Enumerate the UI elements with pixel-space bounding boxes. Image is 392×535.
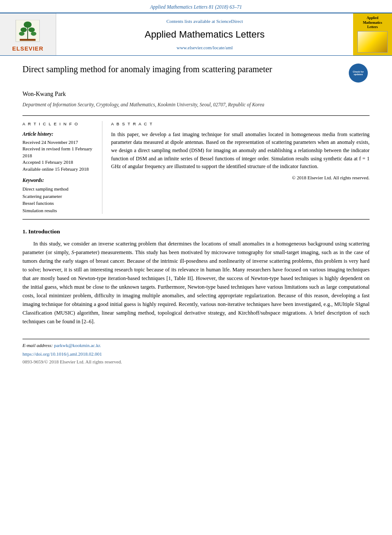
revised-form-line: Received in revised form 1 February 2018 (22, 146, 97, 159)
elsevier-wordmark: ELSEVIER (12, 45, 43, 53)
accepted-line: Accepted 1 February 2018 (22, 159, 97, 166)
svg-rect-7 (20, 39, 36, 41)
keyword-4: Simulation results (22, 207, 97, 214)
article-title-row: Direct sampling method for anomaly imagi… (22, 64, 370, 84)
history-title: Article history: (22, 131, 97, 138)
available-online-line: Available online 15 February 2018 (22, 166, 97, 172)
svg-point-6 (31, 32, 37, 35)
article-info-label: A R T I C L E I N F O (22, 121, 97, 127)
keyword-1: Direct sampling method (22, 185, 97, 193)
abstract-col: A B S T R A C T In this paper, we develo… (111, 121, 370, 214)
keyword-2: Scattering parameter (22, 193, 97, 200)
article-info-col: A R T I C L E I N F O Article history: R… (22, 121, 102, 214)
affiliation: Department of Information Security, Cryp… (22, 101, 370, 108)
elsevier-logo-area: ELSEVIER (0, 13, 56, 55)
email-footnote: E-mail address: parkwk@kookmin.ac.kr. (22, 342, 370, 349)
article-info-abstract: A R T I C L E I N F O Article history: R… (22, 115, 370, 220)
journal-citation: Applied Mathematics Letters 81 (2018) 63… (0, 0, 392, 13)
check-updates-badge: Check for updates (349, 64, 370, 84)
intro-section-header: 1. Introduction (22, 227, 370, 236)
svg-point-2 (24, 22, 32, 28)
doi-line: https://doi.org/10.1016/j.aml.2018.02.00… (22, 350, 370, 358)
doi-link[interactable]: https://doi.org/10.1016/j.aml.2018.02.00… (22, 351, 102, 357)
copyright-line: © 2018 Elsevier Ltd. All rights reserved… (111, 174, 370, 182)
received-line: Received 24 November 2017 (22, 139, 97, 146)
elsevier-emblem-icon (15, 20, 41, 44)
email-link[interactable]: parkwk@kookmin.ac.kr. (54, 343, 101, 348)
journal-center: Contents lists available at ScienceDirec… (56, 13, 353, 55)
email-label: E-mail address: (22, 343, 54, 348)
page: Applied Mathematics Letters 81 (2018) 63… (0, 0, 392, 535)
article-title: Direct sampling method for anomaly imagi… (22, 64, 349, 75)
check-updates-circle: Check for updates (349, 64, 368, 83)
keywords-title: Keywords: (22, 177, 97, 184)
issn-line: 0893-9659/© 2018 Elsevier Ltd. All right… (22, 358, 370, 366)
footnote-area: E-mail address: parkwk@kookmin.ac.kr. ht… (22, 339, 370, 366)
svg-point-4 (29, 27, 35, 32)
svg-point-3 (21, 27, 27, 32)
journal-header: ELSEVIER Contents lists available at Sci… (0, 13, 392, 56)
journal-title: Applied Mathematics Letters (145, 27, 265, 41)
elsevier-logo: ELSEVIER (12, 20, 43, 53)
journal-mini-title: Applied Mathematics Letters (363, 16, 382, 29)
journal-logo-right: Applied Mathematics Letters (353, 13, 392, 55)
journal-cover-image (357, 31, 388, 53)
intro-body-text: In this study, we consider an inverse sc… (22, 239, 370, 326)
svg-point-5 (19, 32, 25, 35)
abstract-label: A B S T R A C T (111, 121, 370, 127)
author-name: Won-Kwang Park (22, 89, 370, 99)
abstract-text: In this paper, we develop a fast imaging… (111, 131, 370, 171)
citation-text: Applied Mathematics Letters 81 (2018) 63… (150, 4, 242, 10)
main-content: Direct sampling method for anomaly imagi… (0, 56, 392, 374)
contents-line: Contents lists available at ScienceDirec… (166, 18, 243, 25)
journal-url: www.elsevier.com/locate/aml (176, 44, 233, 51)
check-updates-label: Check for updates (349, 70, 368, 76)
keyword-3: Bessel functions (22, 200, 97, 207)
